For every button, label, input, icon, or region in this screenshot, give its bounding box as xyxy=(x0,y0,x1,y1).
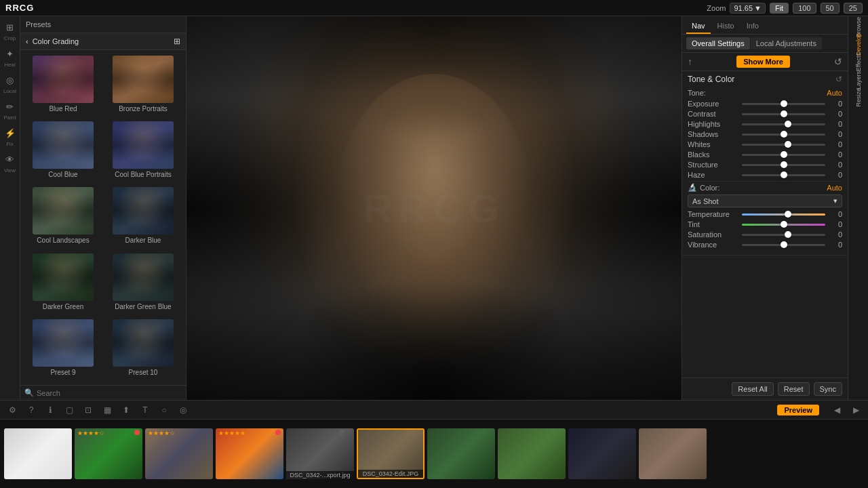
resize-btn[interactable]: Resize xyxy=(850,89,867,106)
show-more-btn[interactable]: Show More xyxy=(736,56,790,68)
slider-track-end-1[interactable] xyxy=(742,244,825,246)
crop-tool-btn[interactable]: ⊞ xyxy=(2,19,18,35)
develop-btn[interactable]: Develop xyxy=(850,37,867,53)
slider-track-0[interactable] xyxy=(742,103,825,105)
film-thumb-3: ★★★★★ xyxy=(216,428,283,479)
tone-color-header[interactable]: Tone & Color ↺ xyxy=(682,71,848,87)
filmstrip-help-btn[interactable]: ? xyxy=(24,403,38,417)
text-tool-btn[interactable]: T xyxy=(138,403,152,417)
filmstrip-nav-icon[interactable]: ▶ xyxy=(849,403,863,417)
color-shot-select[interactable]: As Shot ▾ xyxy=(688,195,842,207)
view-tool-btn[interactable]: 👁 xyxy=(2,151,18,167)
preset-item-0[interactable]: Blue Red xyxy=(23,53,103,119)
back-arrow-icon[interactable]: ‹ xyxy=(26,37,28,45)
slider-thumb-tint[interactable] xyxy=(781,221,787,228)
slider-track-temperature[interactable] xyxy=(742,214,825,216)
slider-thumb-end-1[interactable] xyxy=(781,241,787,248)
zoom-25-btn[interactable]: 25 xyxy=(844,3,863,14)
target-tool-btn[interactable]: ◎ xyxy=(176,403,190,417)
slider-thumb-2[interactable] xyxy=(785,121,791,127)
zoom-50-btn[interactable]: 50 xyxy=(821,3,840,14)
slider-thumb-0[interactable] xyxy=(781,100,787,107)
slider-track-6[interactable] xyxy=(742,164,825,166)
filmstrip-settings-btn[interactable]: ⚙ xyxy=(5,403,19,417)
preset-item-5[interactable]: Darker Blue xyxy=(103,184,183,250)
preview-btn[interactable]: Preview xyxy=(777,405,819,415)
filmstrip-info-btn[interactable]: ℹ xyxy=(43,403,57,417)
reset-btn[interactable]: Reset xyxy=(778,382,810,396)
fix-tool-btn[interactable]: ⚡ xyxy=(2,125,18,141)
slider-track-4[interactable] xyxy=(742,144,825,146)
slider-thumb-end-0[interactable] xyxy=(785,231,791,238)
fit-btn[interactable]: Fit xyxy=(770,3,789,14)
film-item-0[interactable] xyxy=(4,428,72,479)
slider-track-2[interactable] xyxy=(742,123,825,125)
color-auto-btn[interactable]: Auto xyxy=(827,184,842,192)
tab-info[interactable]: Info xyxy=(741,19,764,34)
section-reset-icon[interactable]: ↺ xyxy=(835,75,842,84)
slider-thumb-7[interactable] xyxy=(781,171,787,178)
film-item-2[interactable]: ★★★★☆ xyxy=(145,428,213,479)
effects-label: Effects xyxy=(855,53,862,71)
film-item-6[interactable] xyxy=(427,428,495,479)
film-item-3[interactable]: ★★★★★ xyxy=(216,428,283,479)
heal-tool-btn[interactable]: ✦ xyxy=(2,45,18,62)
tab-local-adjustments[interactable]: Local Adjustments xyxy=(751,37,822,49)
film-item-4[interactable]: ♡DSC_0342-...xport.jpg xyxy=(286,428,354,479)
film-item-7[interactable] xyxy=(498,428,566,479)
layers-btn[interactable]: Layers xyxy=(850,72,867,88)
tab-overall-settings[interactable]: Overall Settings xyxy=(686,37,750,49)
upload-icon[interactable]: ↑ xyxy=(688,56,692,67)
slider-track-5[interactable] xyxy=(742,154,825,156)
refresh-icon[interactable]: ↺ xyxy=(834,56,842,67)
search-input[interactable] xyxy=(37,389,182,397)
paint-tool-btn[interactable]: ✏ xyxy=(2,98,18,115)
slider-thumb-3[interactable] xyxy=(781,131,787,138)
tone-label: Tone: xyxy=(688,89,706,97)
effects-btn[interactable]: Effects xyxy=(850,54,867,70)
color-label: Color: xyxy=(700,184,719,192)
slider-value-0: 0 xyxy=(825,100,842,108)
filmstrip-split-btn[interactable]: ▦ xyxy=(100,403,114,417)
slider-thumb-temperature[interactable] xyxy=(785,211,791,218)
film-rating-3 xyxy=(275,430,281,435)
preset-item-4[interactable]: Cool Landscapes xyxy=(23,184,103,250)
sync-btn[interactable]: Sync xyxy=(814,382,842,396)
preset-item-9[interactable]: Preset 10 xyxy=(103,317,183,382)
tab-nav[interactable]: Nav xyxy=(686,19,711,34)
local-tool-btn[interactable]: ◎ xyxy=(2,72,18,88)
tone-auto-btn[interactable]: Auto xyxy=(827,89,842,97)
preset-item-3[interactable]: Cool Blue Portraits xyxy=(103,119,183,184)
zoom-value-display[interactable]: 91.65 ▼ xyxy=(730,3,765,14)
slider-label-3: Shadows xyxy=(688,130,742,138)
preset-item-7[interactable]: Darker Green Blue xyxy=(103,251,183,317)
slider-thumb-5[interactable] xyxy=(781,151,787,158)
slider-track-1[interactable] xyxy=(742,113,825,115)
film-item-5[interactable]: DSC_0342-Edit.JPG xyxy=(357,428,425,479)
film-item-1[interactable]: ★★★★☆ xyxy=(75,428,142,479)
tab-histo[interactable]: Histo xyxy=(712,19,740,34)
zoom-100-btn[interactable]: 100 xyxy=(793,3,816,14)
preset-item-2[interactable]: Cool Blue xyxy=(23,119,103,184)
circle-tool-btn[interactable]: ○ xyxy=(157,403,171,417)
far-right-panel: Browse Develop Effects Layers Resize xyxy=(848,16,868,400)
slider-thumb-4[interactable] xyxy=(785,141,791,148)
slider-track-7[interactable] xyxy=(742,174,825,176)
filmstrip-compare-btn[interactable]: ⊡ xyxy=(81,403,95,417)
slider-thumb-6[interactable] xyxy=(781,161,787,168)
filmstrip-single-btn[interactable]: ▢ xyxy=(62,403,76,417)
slider-track-tint[interactable] xyxy=(742,224,825,226)
preset-item-1[interactable]: Bronze Portraits xyxy=(103,53,183,119)
film-item-8[interactable] xyxy=(568,428,636,479)
preset-item-8[interactable]: Preset 9 xyxy=(23,317,103,382)
sort-icon[interactable]: ⬆ xyxy=(119,403,133,417)
preset-item-6[interactable]: Darker Green xyxy=(23,251,103,317)
presets-grid-toggle-icon[interactable]: ⊞ xyxy=(174,37,180,46)
slider-thumb-1[interactable] xyxy=(781,110,787,117)
reset-all-btn[interactable]: Reset All xyxy=(732,382,773,396)
slider-track-3[interactable] xyxy=(742,134,825,136)
film-item-9[interactable] xyxy=(639,428,707,479)
chevron-down-icon: ▾ xyxy=(833,197,837,205)
slider-track-end-0[interactable] xyxy=(742,234,825,236)
filmstrip-expand-btn[interactable]: ◀ xyxy=(830,403,844,417)
